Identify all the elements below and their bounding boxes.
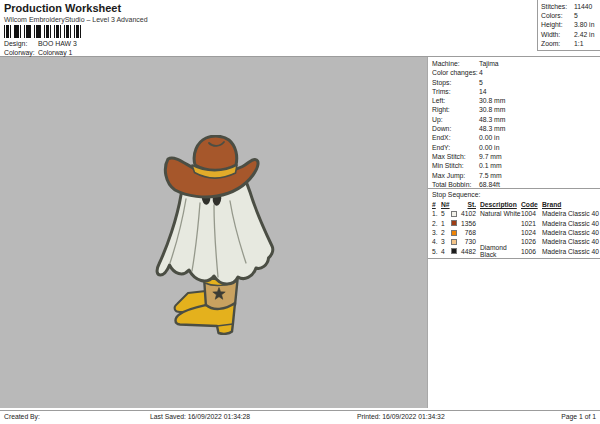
summary-row: Width:2.42 in <box>541 31 600 40</box>
machine-info-section: Machine:TajimaColor changes:4Stops:5Trim… <box>428 57 600 189</box>
thread-brand: Madeira Classic 40 <box>542 229 600 236</box>
machine-info-row: Max Stitch:9.7 mm <box>428 153 600 162</box>
info-value: 0.00 in <box>479 144 499 153</box>
thread-description: Natural White <box>477 210 521 217</box>
info-label: Colors: <box>541 12 574 21</box>
stop-sequence-title: Stop Sequence: <box>428 191 600 200</box>
info-label: Right: <box>432 106 479 115</box>
thread-code: 1024 <box>521 229 542 236</box>
thread-row: 2.113561021Madeira Classic 40 <box>428 219 600 228</box>
page-footer: Created By: Last Saved: 16/09/2022 01:34… <box>0 410 600 424</box>
needle-number: 5 <box>441 210 451 217</box>
info-label: Up: <box>432 116 479 125</box>
thread-number: 4102 <box>459 210 477 217</box>
thread-brand: Madeira Classic 40 <box>542 220 600 227</box>
info-label: Stitches: <box>541 3 574 12</box>
column-header-: # <box>432 201 441 208</box>
thread-color-swatch <box>451 211 457 217</box>
thread-number: 768 <box>459 229 477 236</box>
stop-number: 2. <box>432 220 441 227</box>
page-number: Page 1 of 1 <box>561 413 596 420</box>
needle-number: 2 <box>441 229 451 236</box>
colorway-name: Colorway 1 <box>38 49 72 56</box>
info-value: 48.3 mm <box>479 125 505 134</box>
needle-number: 3 <box>441 238 451 245</box>
thread-code: 1004 <box>521 210 542 217</box>
info-label: Stops: <box>432 79 479 88</box>
info-value: 0.00 in <box>479 134 499 143</box>
info-label: Machine: <box>432 60 479 69</box>
design-label: Design: <box>4 40 36 47</box>
info-label: Max Jump: <box>432 172 479 181</box>
info-value: 30.8 mm <box>479 106 505 115</box>
machine-info-row: Down:48.3 mm <box>428 125 600 134</box>
design-row: Design: BOO HAW 3 <box>4 40 77 47</box>
summary-row: Colors:5 <box>541 12 600 21</box>
info-label: Max Stitch: <box>432 153 479 162</box>
needle-number: 4 <box>441 248 451 255</box>
info-label: Total Bobbin: <box>432 181 479 190</box>
info-label: Zoom: <box>541 40 574 49</box>
design-barcode <box>4 25 83 38</box>
info-label: Color changes: <box>432 69 479 78</box>
info-value: Tajima <box>479 60 499 69</box>
thread-number: 4482 <box>459 248 477 255</box>
thread-description: Diamond Black <box>477 244 521 258</box>
thread-brand: Madeira Classic 40 <box>542 210 600 217</box>
machine-info-row: Left:30.8 mm <box>428 97 600 106</box>
info-label: Down: <box>432 125 479 134</box>
thread-color-swatch <box>451 239 457 245</box>
info-value: 4 <box>479 69 483 78</box>
column-header-code: Code <box>521 201 542 208</box>
summary-row: Stitches:11440 <box>541 3 600 12</box>
info-value: 30.8 mm <box>479 97 505 106</box>
stop-number: 4. <box>432 238 441 245</box>
machine-info-row: Trims:14 <box>428 88 600 97</box>
stop-sequence-header-row: #N#St.DescriptionCodeBrand <box>428 200 600 209</box>
design-summary-box: Stitches:11440Colors:5Height:3.80 inWidt… <box>537 0 600 51</box>
last-saved-text: Last Saved: 16/09/2022 01:34:28 <box>150 413 250 420</box>
summary-row: Zoom:1:1 <box>541 40 600 49</box>
info-value: 68.84ft <box>479 181 500 190</box>
stop-number: 5. <box>432 248 441 255</box>
info-value: 48.3 mm <box>479 116 505 125</box>
thread-code: 1006 <box>521 248 542 255</box>
machine-info-row: Color changes:4 <box>428 69 600 78</box>
info-label: Width: <box>541 31 574 40</box>
info-value: 11440 <box>574 3 592 12</box>
thread-color-swatch <box>451 248 457 254</box>
info-label: EndY: <box>432 144 479 153</box>
ghost-cowboy-design <box>150 135 285 340</box>
machine-info-row: Min Stitch:0.1 mm <box>428 162 600 171</box>
needle-number: 1 <box>441 220 451 227</box>
app-subtitle: Wilcom EmbroideryStudio – Level 3 Advanc… <box>4 16 148 23</box>
info-label: EndX: <box>432 134 479 143</box>
colorway-row: Colorway: Colorway 1 <box>4 49 72 56</box>
machine-info-row: EndX:0.00 in <box>428 134 600 143</box>
summary-row: Height:3.80 in <box>541 21 600 30</box>
info-value: 1:1 <box>574 40 583 49</box>
info-value: 5 <box>479 79 483 88</box>
info-value: 0.1 mm <box>479 162 502 171</box>
machine-info-row: Up:48.3 mm <box>428 116 600 125</box>
printed-text: Printed: 16/09/2022 01:34:32 <box>357 413 445 420</box>
info-label: Trims: <box>432 88 479 97</box>
stop-number: 3. <box>432 229 441 236</box>
stop-sequence-section: Stop Sequence: #N#St.DescriptionCodeBran… <box>428 189 600 259</box>
stop-sequence-rows: 1.54102Natural White1004Madeira Classic … <box>428 209 600 255</box>
worksheet-header: Production Worksheet Wilcom EmbroiderySt… <box>0 0 600 57</box>
thread-row: 5.44482Diamond Black1006Madeira Classic … <box>428 246 600 255</box>
thread-number: 730 <box>459 238 477 245</box>
thread-number: 1356 <box>459 220 477 227</box>
info-label: Left: <box>432 97 479 106</box>
machine-info-row: Machine:Tajima <box>428 60 600 69</box>
colorway-label: Colorway: <box>4 49 36 56</box>
created-by-label: Created By: <box>4 413 40 420</box>
thread-brand: Madeira Classic 40 <box>542 238 600 245</box>
info-panel: Machine:TajimaColor changes:4Stops:5Trim… <box>427 57 600 408</box>
embroidery-preview-svg <box>150 135 285 340</box>
info-value: 7.5 mm <box>479 172 502 181</box>
info-value: 2.42 in <box>574 31 594 40</box>
info-label: Height: <box>541 21 574 30</box>
info-value: 9.7 mm <box>479 153 502 162</box>
